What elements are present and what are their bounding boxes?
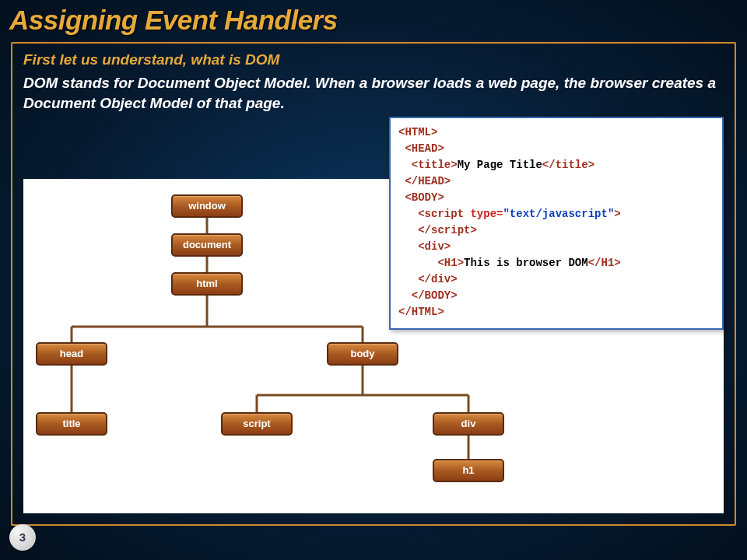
code-token: type= bbox=[470, 208, 503, 220]
section-body: DOM stands for Document Object Model. Wh… bbox=[23, 73, 724, 113]
node-window: window bbox=[171, 194, 243, 218]
code-token: <script bbox=[418, 208, 470, 220]
section-heading: First let us understand, what is DOM bbox=[23, 51, 724, 68]
code-token: <BODY> bbox=[405, 191, 444, 204]
code-token: <H1> bbox=[437, 257, 464, 269]
code-token: </HEAD> bbox=[405, 175, 451, 187]
page-number: 3 bbox=[9, 524, 36, 551]
code-token: </BODY> bbox=[412, 289, 458, 302]
code-token: </script> bbox=[418, 224, 477, 236]
node-title: title bbox=[36, 412, 107, 436]
code-token: </title> bbox=[542, 159, 594, 171]
code-token: <HEAD> bbox=[405, 142, 444, 155]
code-token: </HTML> bbox=[398, 306, 444, 318]
code-token: > bbox=[614, 208, 620, 220]
code-token: <div> bbox=[418, 240, 451, 253]
node-div: div bbox=[433, 412, 504, 436]
code-token: "text/javascript" bbox=[503, 208, 614, 220]
node-document: document bbox=[171, 233, 243, 257]
node-html: html bbox=[171, 272, 243, 296]
code-sample: <HTML> <HEAD> <title>My Page Title</titl… bbox=[389, 117, 724, 330]
node-head: head bbox=[36, 342, 107, 366]
node-script: script bbox=[221, 412, 293, 436]
code-text: This is browser DOM bbox=[464, 257, 588, 269]
code-text: My Page Title bbox=[458, 159, 542, 171]
slide-title: Assigning Event Handlers bbox=[0, 0, 747, 39]
code-token: <HTML> bbox=[398, 126, 437, 138]
code-token: <title> bbox=[412, 159, 458, 171]
code-token: </div> bbox=[418, 273, 457, 285]
code-token: </H1> bbox=[588, 257, 621, 269]
node-h1: h1 bbox=[433, 459, 504, 482]
node-body: body bbox=[327, 342, 398, 366]
